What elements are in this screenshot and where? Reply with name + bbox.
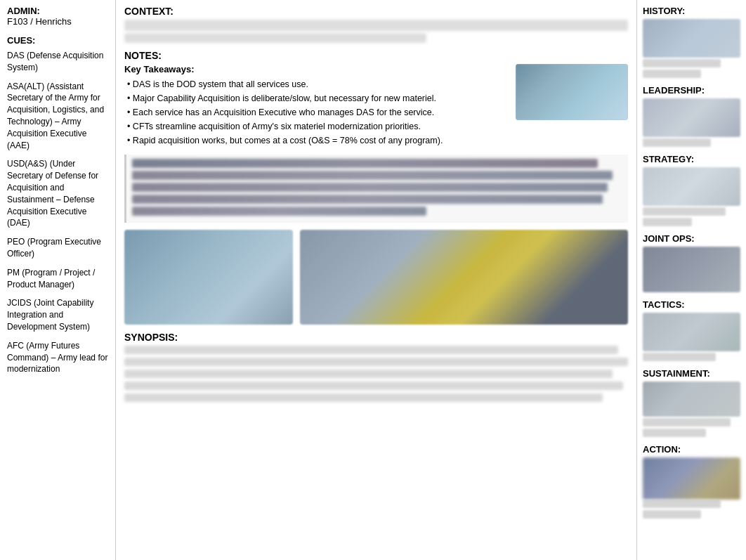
right-panel: HISTORY: LEADERSHIP: STRATEGY: JOINT OPS… xyxy=(637,0,746,560)
leadership-label: LEADERSHIP: xyxy=(643,85,740,96)
action-line-2 xyxy=(643,510,701,519)
history-section: HISTORY: xyxy=(643,6,740,78)
tactics-section: TACTICS: xyxy=(643,299,740,361)
sustainment-image xyxy=(643,382,740,417)
tactics-image xyxy=(643,313,740,351)
context-label: CONTEXT: xyxy=(124,6,628,17)
context-section: CONTEXT: xyxy=(124,6,628,43)
cue-das: DAS (Defense Acquisition System) xyxy=(7,50,108,74)
cue-jcids: JCIDS (Joint Capability Integration and … xyxy=(7,297,108,332)
strategy-section: STRATEGY: xyxy=(643,154,740,226)
action-label: ACTION: xyxy=(643,444,740,455)
strategy-image xyxy=(643,167,740,206)
strategy-line-2 xyxy=(643,218,692,226)
content-image-left xyxy=(124,230,293,325)
history-label: HISTORY: xyxy=(643,6,740,16)
notes-content: Key Takeaways: • DAS is the DOD system t… xyxy=(124,64,628,148)
cue-asa: ASA(ALT) (Assistant Secretary of the Arm… xyxy=(7,81,108,152)
bullet-1: • DAS is the DOD system that all service… xyxy=(124,77,509,91)
notes-image-inner xyxy=(516,64,628,120)
blurred-para-line-2 xyxy=(132,171,613,180)
bullet-2: • Major Capability Acquisition is delibe… xyxy=(124,91,509,105)
main-panel: CONTEXT: NOTES: Key Takeaways: • DAS is … xyxy=(116,0,637,560)
cue-pm: PM (Program / Project / Product Manager) xyxy=(7,267,108,291)
synopsis-section: SYNOPSIS: xyxy=(124,332,628,402)
blurred-para-line-3 xyxy=(132,183,608,192)
cue-peo: PEO (Program Executive Officer) xyxy=(7,236,108,260)
synopsis-line-3 xyxy=(124,370,613,378)
admin-section: ADMIN: F103 / Henrichs xyxy=(7,6,108,27)
blurred-para-line-5 xyxy=(132,207,426,216)
synopsis-line-5 xyxy=(124,393,603,402)
admin-value: F103 / Henrichs xyxy=(7,16,72,27)
blurred-para-line-1 xyxy=(132,159,598,168)
context-blurred-line-2 xyxy=(124,33,426,43)
joint-ops-label: JOINT OPS: xyxy=(643,233,740,244)
bullet-3: • Each service has an Acquisition Execut… xyxy=(124,105,509,119)
action-line-1 xyxy=(643,500,721,508)
sustainment-line-2 xyxy=(643,429,706,437)
synopsis-text xyxy=(124,346,628,402)
bullet-5: • Rapid acquisition works, but comes at … xyxy=(124,134,509,148)
left-panel: ADMIN: F103 / Henrichs CUES: DAS (Defens… xyxy=(0,0,116,560)
notes-label: NOTES: xyxy=(124,50,628,61)
history-line-1 xyxy=(643,59,721,67)
strategy-line-1 xyxy=(643,207,726,216)
bullet-4: • CFTs streamline acquisition of Army's … xyxy=(124,119,509,134)
strategy-label: STRATEGY: xyxy=(643,154,740,164)
cues-section: CUES: DAS (Defense Acquisition System) A… xyxy=(7,35,108,375)
sustainment-label: SUSTAINMENT: xyxy=(643,368,740,379)
key-takeaways-title: Key Takeaways: xyxy=(124,64,509,74)
sustainment-line-1 xyxy=(643,418,731,426)
joint-ops-section: JOINT OPS: xyxy=(643,233,740,292)
sustainment-section: SUSTAINMENT: xyxy=(643,368,740,437)
action-section: ACTION: xyxy=(643,444,740,519)
synopsis-line-1 xyxy=(124,346,618,354)
admin-label: ADMIN: xyxy=(7,6,40,16)
synopsis-line-4 xyxy=(124,382,623,390)
tactics-label: TACTICS: xyxy=(643,299,740,310)
notes-image xyxy=(516,64,628,120)
joint-ops-image xyxy=(643,247,740,292)
history-image xyxy=(643,19,740,58)
synopsis-label: SYNOPSIS: xyxy=(124,332,628,343)
tactics-line-1 xyxy=(643,353,716,361)
leadership-line-1 xyxy=(643,138,711,147)
synopsis-line-2 xyxy=(124,358,628,366)
notes-text: Key Takeaways: • DAS is the DOD system t… xyxy=(124,64,509,148)
blurred-content-area xyxy=(124,155,628,223)
context-blurred-line-1 xyxy=(124,20,628,31)
history-line-2 xyxy=(643,70,701,78)
cues-label: CUES: xyxy=(7,35,108,46)
blurred-para-line-4 xyxy=(132,195,603,204)
action-image xyxy=(643,457,740,500)
images-row xyxy=(124,230,628,325)
leadership-section: LEADERSHIP: xyxy=(643,85,740,147)
cue-usd: USD(A&S) (Under Secretary of Defense for… xyxy=(7,158,108,229)
notes-section: NOTES: Key Takeaways: • DAS is the DOD s… xyxy=(124,50,628,148)
content-image-right xyxy=(300,230,628,325)
cue-afc: AFC (Army Futures Command) – Army lead f… xyxy=(7,340,108,375)
leadership-image xyxy=(643,98,740,137)
